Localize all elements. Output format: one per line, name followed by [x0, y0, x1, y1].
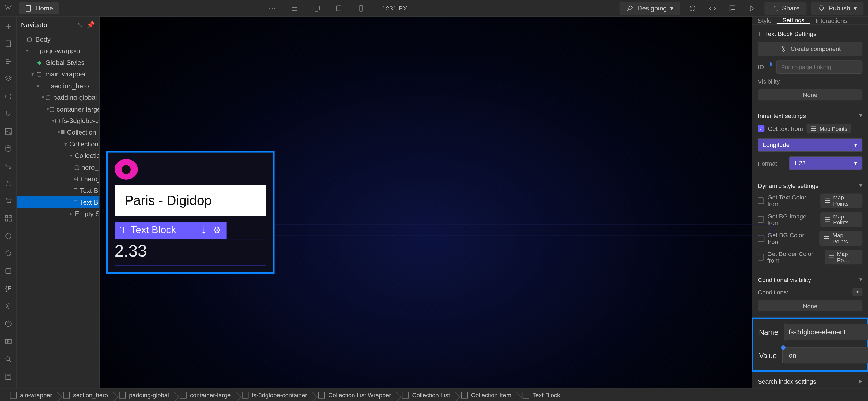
bp-tablet-icon[interactable] [329, 1, 349, 15]
users-icon[interactable] [2, 178, 13, 189]
breadcrumb-item[interactable]: ain-wrapper [5, 392, 58, 398]
add-icon[interactable] [2, 21, 13, 32]
component-icon [780, 45, 787, 53]
tree-row[interactable]: ▾▢section_hero [17, 80, 99, 91]
styles-icon[interactable] [2, 108, 13, 119]
breadcrumb-item[interactable]: Collection List [397, 392, 456, 398]
collection-pill[interactable]: Map Points [819, 231, 862, 246]
collection-pill[interactable]: Map Points [820, 194, 862, 208]
webflow-logo-icon[interactable] [5, 3, 14, 13]
app-2-icon[interactable] [2, 248, 13, 259]
search-icon[interactable] [2, 353, 13, 365]
bp-desktop-icon[interactable] [307, 1, 327, 15]
svg-rect-6 [6, 41, 10, 47]
textblock-value[interactable]: 2.33 [115, 239, 267, 265]
mode-designing[interactable]: Designing ▾ [620, 1, 680, 15]
audit-icon[interactable] [2, 371, 13, 382]
bp-mobile-icon[interactable] [351, 1, 371, 15]
tree-row[interactable]: ▸Empty Stat… [17, 208, 99, 219]
id-input[interactable] [776, 60, 863, 74]
collection-pill[interactable]: Map Po… [825, 250, 862, 264]
apps-icon[interactable] [2, 213, 13, 224]
tab-style[interactable]: Style [752, 17, 777, 24]
tree-row[interactable]: ▾Collection … [17, 138, 99, 149]
finsweet-icon[interactable]: {F [2, 283, 13, 294]
ecommerce-icon[interactable] [2, 196, 13, 206]
tree-row[interactable]: TText B… [17, 196, 99, 208]
attr-name-input[interactable] [784, 323, 868, 340]
dstyle-checkbox[interactable] [758, 254, 764, 261]
help-icon[interactable] [2, 318, 13, 329]
canvas[interactable]: Paris - Digidop T Text Block ⭭ ⚙ 2.33 [100, 17, 752, 388]
svg-rect-12 [5, 216, 7, 218]
comment-icon[interactable] [724, 1, 740, 15]
format-select[interactable]: 1.23 ▾ [789, 156, 862, 170]
tree-row[interactable]: ▾▢page-wrapper [17, 45, 99, 56]
app-1-icon[interactable] [2, 231, 13, 241]
variables-icon[interactable] [2, 91, 13, 102]
tab-settings[interactable]: Settings [777, 17, 810, 24]
pages-icon[interactable] [2, 38, 13, 49]
tree-row[interactable]: ▸▢hero_m… [17, 173, 99, 184]
collection-pill[interactable]: Map Points [806, 123, 850, 134]
tree-row[interactable]: ▢hero_m… [17, 161, 99, 173]
inner-text-heading[interactable]: Inner text settings ▾ [752, 110, 868, 121]
create-component-button[interactable]: Create component [758, 41, 863, 56]
logic-icon[interactable] [2, 161, 13, 172]
undo-icon[interactable] [685, 1, 700, 15]
pin-icon[interactable]: 📌 [87, 21, 95, 29]
page-selector[interactable]: Home [19, 2, 59, 14]
field-select[interactable]: Longitude ▾ [758, 138, 863, 152]
tree-row[interactable]: ▾▢main-wrapper [17, 68, 99, 80]
settings-gear-icon[interactable]: ⚙ [213, 225, 221, 235]
breadcrumb-item[interactable]: Collection Item [456, 392, 517, 398]
video-icon[interactable] [2, 336, 13, 347]
share-button[interactable]: Share [765, 1, 806, 15]
dynamic-style-heading[interactable]: Dynamic style settings ▾ [752, 180, 868, 191]
preview-icon[interactable] [744, 1, 760, 15]
add-condition-button[interactable]: + [852, 288, 862, 296]
tree-row[interactable]: ▾≣Collection Lis… [17, 126, 99, 138]
dynamic-icon[interactable]: ⭭ [200, 225, 209, 235]
settings-icon[interactable] [2, 300, 13, 312]
visibility-label: Visibility [758, 78, 785, 85]
breadcrumb-item[interactable]: Text Block [517, 392, 566, 398]
collection-pill[interactable]: Map Points [820, 212, 862, 227]
navigator-icon[interactable] [2, 56, 13, 67]
textblock-badge[interactable]: T Text Block ⭭ ⚙ [115, 222, 226, 239]
marker-dot-icon [115, 159, 138, 180]
publish-button[interactable]: Publish ▾ [811, 1, 863, 15]
dstyle-checkbox[interactable] [758, 216, 765, 223]
breadcrumb-item[interactable]: Collection List Wrapper [313, 392, 397, 398]
tree-row[interactable]: TText B… [17, 185, 99, 196]
assets-icon[interactable] [2, 126, 13, 137]
svg-rect-15 [8, 219, 11, 221]
svg-point-9 [5, 164, 7, 165]
collapse-icon[interactable]: ⤡ [78, 21, 83, 29]
stack-icon [810, 125, 817, 133]
attr-value-input[interactable] [782, 347, 868, 364]
tree-row[interactable]: ▾Collectio… [17, 149, 99, 161]
breadcrumb-item[interactable]: fs-3dglobe-container [236, 392, 313, 398]
components-icon[interactable] [2, 74, 13, 84]
breadcrumb-item[interactable]: container-large [175, 392, 236, 398]
app-3-icon[interactable] [2, 265, 13, 276]
tree-row[interactable]: ▾▢container-large [17, 103, 99, 115]
breadcrumb-item[interactable]: padding-global [114, 392, 175, 398]
chevron-down-icon: ▾ [854, 141, 857, 148]
tree-row[interactable]: ◆Global Styles [17, 57, 99, 68]
tree-row[interactable]: ▢Body [17, 33, 99, 45]
breadcrumb-item[interactable]: section_hero [58, 392, 114, 398]
conditional-visibility-heading[interactable]: Conditional visibility ▾ [752, 274, 868, 285]
cms-icon[interactable] [2, 143, 13, 154]
tree-row[interactable]: ▾▢fs-3dglobe-con… [17, 115, 99, 126]
more-icon[interactable]: ⋯ [264, 4, 280, 12]
bp-add-icon[interactable] [285, 1, 304, 15]
dstyle-checkbox[interactable] [758, 197, 765, 204]
get-text-checkbox[interactable]: ✓ [758, 125, 765, 132]
search-index-heading[interactable]: Search index settings ▸ [752, 375, 868, 387]
code-icon[interactable] [705, 1, 720, 15]
selected-item-card[interactable]: Paris - Digidop T Text Block ⭭ ⚙ 2.33 [106, 151, 275, 274]
tab-interactions[interactable]: Interactions [810, 17, 852, 24]
tree-row[interactable]: ▾▢padding-global [17, 91, 99, 103]
